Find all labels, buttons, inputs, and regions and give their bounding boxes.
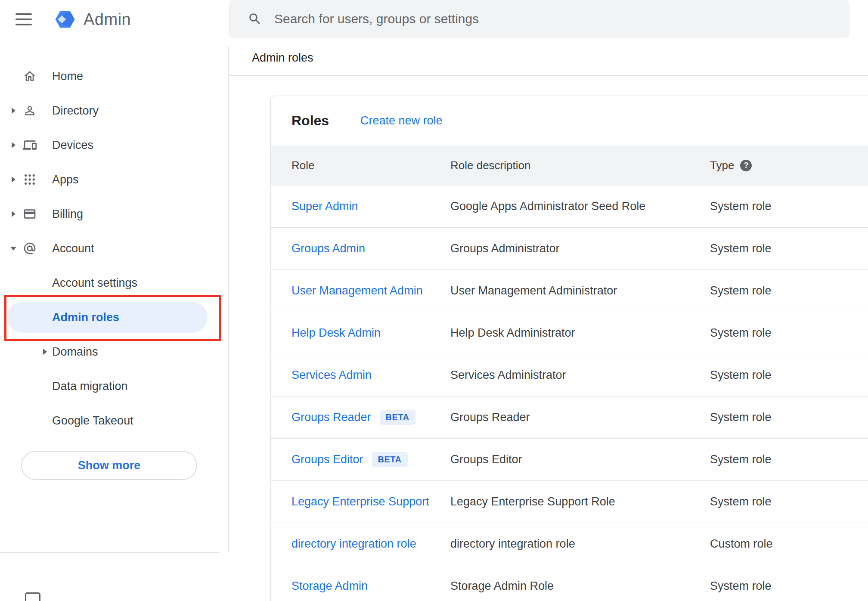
- role-description: Help Desk Administrator: [450, 326, 710, 340]
- role-cell: Super Admin: [291, 200, 450, 213]
- table-row: Services Admin Services Administrator Sy…: [271, 354, 868, 397]
- search-input[interactable]: [274, 6, 849, 32]
- sidebar-item-billing[interactable]: Billing: [0, 197, 229, 231]
- sidebar-item-apps[interactable]: Apps: [0, 162, 229, 197]
- role-description: Storage Admin Role: [450, 579, 710, 593]
- sidebar-item-data-migration[interactable]: Data migration: [0, 369, 229, 403]
- column-header-description: Role description: [450, 159, 710, 172]
- role-link[interactable]: Super Admin: [291, 200, 358, 213]
- table-row: Storage Admin Storage Admin Role System …: [271, 565, 868, 601]
- expand-arrow-icon[interactable]: [38, 349, 52, 355]
- expand-arrow-icon[interactable]: [6, 211, 21, 217]
- role-type: System role: [710, 495, 868, 508]
- sidebar: Admin Home Directory Devices: [0, 0, 229, 601]
- sidebar-item-account-settings[interactable]: Account settings: [0, 266, 229, 300]
- sidebar-item-google-takeout[interactable]: Google Takeout: [0, 403, 229, 438]
- search-icon[interactable]: [248, 12, 262, 26]
- sidebar-header: Admin: [0, 0, 229, 39]
- column-header-type: Type ?: [710, 159, 868, 172]
- help-icon[interactable]: ?: [740, 160, 752, 171]
- home-icon: [21, 69, 39, 83]
- role-cell: Services Admin: [291, 369, 450, 382]
- expand-arrow-icon[interactable]: [6, 142, 21, 148]
- table-row: Help Desk Admin Help Desk Administrator …: [271, 312, 868, 354]
- role-description: Services Administrator: [450, 369, 710, 382]
- role-type: System role: [710, 453, 868, 466]
- role-link[interactable]: Groups Editor: [291, 453, 363, 466]
- menu-icon[interactable]: [16, 9, 36, 30]
- role-link[interactable]: Groups Reader: [291, 411, 371, 424]
- sidebar-item-domains[interactable]: Domains: [0, 335, 229, 369]
- sidebar-item-label: Apps: [52, 173, 79, 186]
- role-cell: Groups Admin: [291, 242, 450, 255]
- table-row: Legacy Enterprise Support Legacy Enterpr…: [271, 481, 868, 523]
- role-description: Groups Editor: [450, 453, 710, 466]
- table-row: Groups Editor BETA Groups Editor System …: [271, 439, 868, 481]
- page-title: Roles: [291, 113, 360, 129]
- sidebar-item-label: Account: [52, 242, 94, 255]
- sidebar-item-account[interactable]: Account: [0, 231, 229, 266]
- role-description: Groups Administrator: [450, 242, 710, 255]
- role-link[interactable]: Services Admin: [291, 369, 372, 382]
- table-row: Groups Admin Groups Administrator System…: [271, 228, 868, 270]
- sidebar-item-label: Devices: [52, 139, 93, 152]
- table-row: User Management Admin User Management Ad…: [271, 270, 868, 312]
- role-cell: Help Desk Admin: [291, 326, 450, 340]
- sidebar-item-label: Admin roles: [52, 311, 119, 324]
- at-sign-icon: [21, 242, 39, 255]
- role-type: System role: [710, 284, 868, 297]
- partial-device-icon: [25, 592, 40, 601]
- show-more-button[interactable]: Show more: [21, 451, 197, 480]
- table-row: directory integration role directory int…: [271, 523, 868, 565]
- table-row: Groups Reader BETA Groups Reader System …: [271, 397, 868, 439]
- role-cell: User Management Admin: [291, 284, 450, 297]
- beta-badge: BETA: [372, 452, 408, 467]
- column-header-role: Role: [291, 159, 450, 172]
- table-row: Super Admin Google Apps Administrator Se…: [271, 186, 868, 228]
- role-type: Custom role: [710, 537, 868, 551]
- role-type: System role: [710, 326, 868, 340]
- table-header-row: Role Role description Type ?: [271, 146, 868, 186]
- column-header-type-label: Type: [710, 159, 734, 172]
- devices-icon: [21, 138, 39, 152]
- role-description: Google Apps Administrator Seed Role: [450, 200, 710, 213]
- expand-arrow-icon[interactable]: [6, 177, 21, 183]
- role-type: System role: [710, 200, 868, 213]
- role-description: Groups Reader: [450, 411, 710, 424]
- sidebar-item-label: Google Takeout: [52, 414, 133, 428]
- sidebar-item-label: Billing: [52, 208, 83, 221]
- sidebar-item-admin-roles[interactable]: Admin roles: [0, 300, 229, 335]
- apps-grid-icon: [21, 173, 39, 186]
- role-description: User Management Administrator: [450, 284, 710, 297]
- role-link[interactable]: Help Desk Admin: [291, 326, 381, 340]
- sidebar-item-label: Domains: [52, 345, 98, 359]
- logo-text: Admin: [84, 10, 131, 29]
- admin-logo-icon: [53, 8, 77, 31]
- role-link[interactable]: directory integration role: [291, 537, 416, 551]
- role-type: System role: [710, 411, 868, 424]
- role-description: Legacy Enterprise Support Role: [450, 495, 710, 508]
- role-link[interactable]: Storage Admin: [291, 579, 368, 593]
- sidebar-nav: Home Directory Devices: [0, 59, 229, 438]
- create-new-role-link[interactable]: Create new role: [360, 114, 443, 127]
- sidebar-divider: [228, 46, 229, 552]
- expand-arrow-icon[interactable]: [6, 108, 21, 114]
- role-type: System role: [710, 242, 868, 255]
- role-cell: Groups Reader BETA: [291, 410, 450, 425]
- sidebar-item-label: Directory: [52, 104, 99, 118]
- role-link[interactable]: Legacy Enterprise Support: [291, 495, 429, 508]
- role-description: directory integration role: [450, 537, 710, 551]
- roles-card-header: Roles Create new role: [271, 96, 868, 146]
- role-link[interactable]: Groups Admin: [291, 242, 365, 255]
- sidebar-item-devices[interactable]: Devices: [0, 128, 229, 162]
- collapse-arrow-icon[interactable]: [6, 247, 21, 251]
- sidebar-item-directory[interactable]: Directory: [0, 93, 229, 128]
- role-cell: Storage Admin: [291, 579, 450, 593]
- sidebar-item-home[interactable]: Home: [0, 59, 229, 93]
- role-cell: Groups Editor BETA: [291, 452, 450, 467]
- sidebar-item-label: Account settings: [52, 276, 137, 290]
- role-link[interactable]: User Management Admin: [291, 284, 423, 297]
- header-divider: [229, 75, 868, 76]
- role-cell: directory integration role: [291, 537, 450, 551]
- roles-card: Roles Create new role Role Role descript…: [270, 96, 868, 601]
